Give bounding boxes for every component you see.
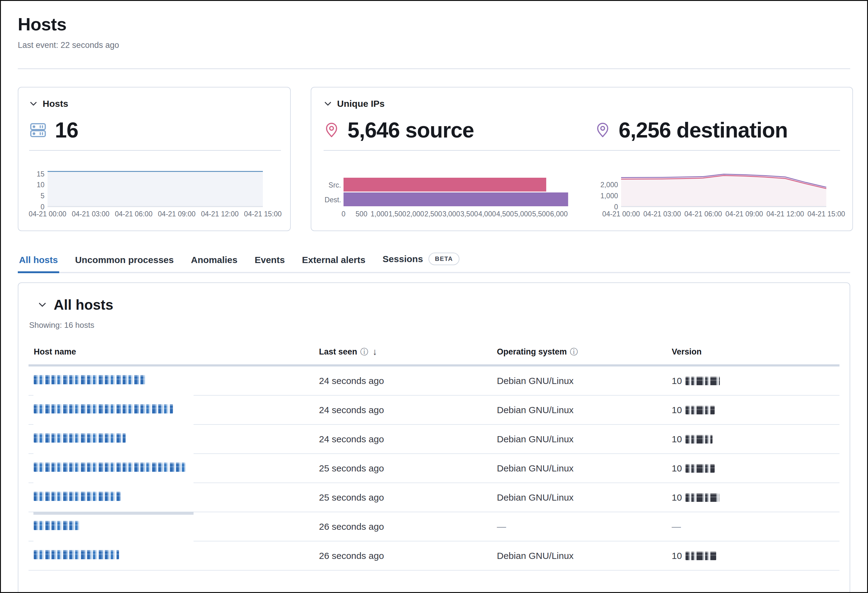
svg-text:2,500: 2,500	[425, 210, 442, 218]
operating-system-cell: Debian GNU/Linux	[497, 463, 672, 473]
redacted-version	[685, 552, 716, 560]
svg-text:04-21 03:00: 04-21 03:00	[72, 210, 109, 218]
unique-ips-kpi-panel: Unique IPs 5,646 source	[311, 87, 853, 231]
svg-text:4,500: 4,500	[496, 210, 514, 218]
svg-text:2,000: 2,000	[406, 210, 424, 218]
hosts-table: Host name Last seen ⓘ ↓ Operating system…	[28, 346, 840, 571]
operating-system-cell: Debian GNU/Linux	[497, 376, 672, 386]
unique-ips-area-chart: 01,0002,00004-21 00:0004-21 03:0004-21 0…	[582, 167, 840, 219]
redacted-version	[685, 435, 713, 444]
hosts-area-chart: 05101504-21 00:0004-21 03:0004-21 06:000…	[29, 167, 281, 219]
svg-text:04-21 15:00: 04-21 15:00	[244, 210, 282, 218]
svg-text:3,500: 3,500	[461, 210, 478, 218]
version-cell: —	[672, 522, 840, 532]
info-icon[interactable]: ⓘ	[360, 348, 368, 356]
page-title: Hosts	[18, 14, 850, 34]
redacted-host-name[interactable]	[34, 521, 79, 530]
version-prefix: 10	[672, 492, 682, 503]
table-row: 26 seconds ago Debian GNU/Linux 10	[28, 541, 840, 571]
svg-text:1,000: 1,000	[371, 210, 388, 218]
tab-label: Anomalies	[191, 255, 238, 265]
tab-label: Events	[255, 255, 285, 265]
version-prefix: 10	[672, 551, 682, 561]
svg-text:04-21 06:00: 04-21 06:00	[684, 210, 722, 218]
svg-text:10: 10	[37, 181, 44, 189]
svg-text:04-21 15:00: 04-21 15:00	[807, 210, 845, 218]
svg-text:Dest.: Dest.	[325, 196, 341, 204]
beta-badge: BETA	[428, 253, 459, 265]
version-prefix: 10	[672, 434, 682, 444]
svg-text:5,000: 5,000	[514, 210, 532, 218]
hosts-tab-bar: All hosts Uncommon processes Anomalies E…	[18, 253, 850, 273]
version-cell: 10	[672, 434, 840, 444]
destination-ips-value: 6,256 destination	[619, 118, 788, 142]
svg-text:500: 500	[356, 210, 367, 218]
redacted-host-name[interactable]	[34, 375, 145, 384]
tab-label: Sessions	[382, 254, 423, 264]
version-cell: 10	[672, 405, 840, 415]
svg-text:15: 15	[37, 170, 44, 178]
tab-anomalies[interactable]: Anomalies	[190, 255, 239, 273]
tab-uncommon-processes[interactable]: Uncommon processes	[74, 255, 175, 273]
last-seen-cell: 25 seconds ago	[319, 463, 497, 473]
column-header-version: Version	[672, 347, 840, 356]
tab-all-hosts[interactable]: All hosts	[18, 255, 59, 273]
redacted-version	[685, 406, 714, 414]
destination-map-pin-icon	[595, 122, 611, 138]
last-seen-cell: 24 seconds ago	[319, 376, 497, 386]
svg-text:6,000: 6,000	[550, 210, 568, 218]
table-body: 24 seconds ago Debian GNU/Linux 10	[28, 367, 840, 571]
operating-system-cell: Debian GNU/Linux	[497, 434, 672, 444]
host-name-link-cell[interactable]	[34, 550, 319, 561]
table-header-row: Host name Last seen ⓘ ↓ Operating system…	[28, 346, 840, 367]
svg-text:3,000: 3,000	[442, 210, 460, 218]
chevron-down-icon[interactable]	[323, 99, 332, 108]
operating-system-cell: Debian GNU/Linux	[497, 405, 672, 415]
info-icon[interactable]: ⓘ	[570, 348, 578, 356]
storage-icon	[29, 121, 47, 139]
svg-text:04-21 00:00: 04-21 00:00	[29, 210, 66, 218]
chevron-down-icon[interactable]	[29, 99, 38, 108]
redacted-host-name[interactable]	[34, 550, 119, 559]
column-header-operating-system: Operating system ⓘ	[497, 347, 672, 356]
tab-sessions[interactable]: Sessions BETA	[381, 253, 461, 273]
tab-external-alerts[interactable]: External alerts	[301, 255, 367, 273]
tab-label: External alerts	[302, 255, 366, 265]
redacted-version	[685, 377, 720, 385]
last-event-text: Last event: 22 seconds ago	[18, 40, 850, 50]
version-cell: 10	[672, 492, 840, 503]
version-cell: 10	[672, 463, 840, 473]
svg-text:4,000: 4,000	[478, 210, 496, 218]
svg-text:04-21 06:00: 04-21 06:00	[115, 210, 152, 218]
svg-text:04-21 12:00: 04-21 12:00	[766, 210, 804, 218]
version-cell: 10	[672, 376, 840, 386]
unique-ips-bar-chart: Src.Dest.05001,0001,5002,0002,5003,0003,…	[323, 167, 582, 219]
tab-label: Uncommon processes	[75, 255, 174, 265]
redacted-host-name[interactable]	[34, 433, 126, 442]
redacted-host-name[interactable]	[34, 492, 121, 501]
svg-text:5,500: 5,500	[532, 210, 550, 218]
last-seen-cell: 25 seconds ago	[319, 492, 497, 503]
operating-system-cell: Debian GNU/Linux	[497, 492, 672, 503]
svg-text:Src.: Src.	[329, 181, 341, 189]
destination-ips-metric: 6,256 destination	[582, 117, 840, 143]
tab-label: All hosts	[19, 255, 58, 265]
operating-system-cell: Debian GNU/Linux	[497, 551, 672, 561]
hosts-kpi-panel: Hosts 16 05101504-21 00	[18, 87, 291, 231]
redacted-version	[685, 464, 714, 473]
hosts-panel-label: Hosts	[43, 99, 68, 109]
source-ips-metric: 5,646 source	[323, 117, 582, 143]
hosts-count-value: 16	[55, 118, 78, 142]
redacted-host-name[interactable]	[34, 404, 173, 413]
sort-descending-arrow-icon[interactable]: ↓	[373, 346, 377, 357]
unique-ips-panel-label: Unique IPs	[337, 99, 385, 109]
chevron-down-icon[interactable]	[38, 300, 47, 309]
svg-text:1,500: 1,500	[388, 210, 406, 218]
last-seen-cell: 24 seconds ago	[319, 434, 497, 444]
redacted-host-name[interactable]	[34, 463, 186, 472]
column-header-last-seen[interactable]: Last seen ⓘ ↓	[319, 346, 497, 357]
version-prefix: —	[672, 522, 681, 532]
operating-system-cell: —	[497, 522, 672, 532]
tab-events[interactable]: Events	[253, 255, 286, 273]
last-seen-cell: 24 seconds ago	[319, 405, 497, 415]
